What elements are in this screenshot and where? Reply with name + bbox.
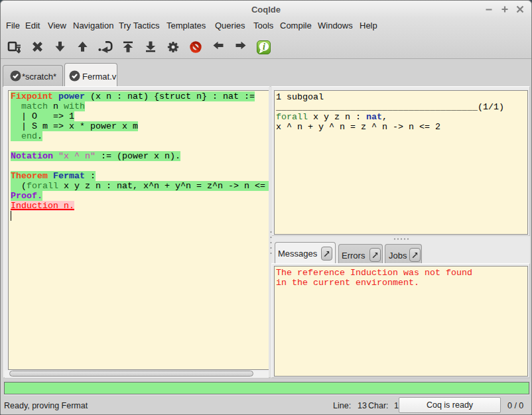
- svg-text:i: i: [263, 42, 265, 52]
